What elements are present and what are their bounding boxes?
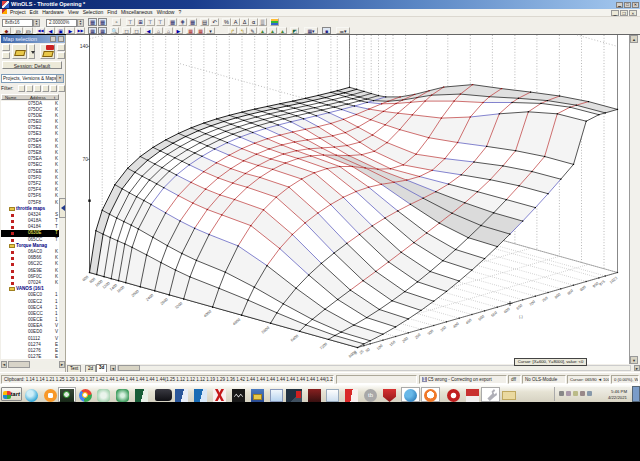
svg-text:3200: 3200 [174, 302, 183, 310]
svg-text:25: 25 [359, 349, 365, 355]
svg-text:400: 400 [452, 322, 459, 329]
svg-text:70: 70 [82, 156, 88, 162]
svg-text:2000: 2000 [131, 289, 140, 297]
svg-text:900: 900 [579, 285, 586, 292]
svg-text:(-): (-) [519, 315, 524, 319]
svg-text:150: 150 [389, 340, 396, 347]
svg-text:100: 100 [376, 344, 383, 351]
svg-text:600: 600 [503, 307, 510, 314]
svg-text:350: 350 [440, 326, 447, 333]
svg-text:550: 550 [491, 311, 498, 318]
svg-text:975: 975 [599, 280, 606, 287]
svg-text:650: 650 [516, 304, 523, 311]
svg-text:850: 850 [567, 289, 574, 296]
svg-text:750: 750 [541, 296, 548, 303]
svg-text:450: 450 [465, 318, 472, 325]
svg-text:2400: 2400 [145, 293, 154, 301]
svg-text:50: 50 [365, 348, 371, 354]
svg-text:300: 300 [427, 329, 434, 336]
svg-text:2800: 2800 [160, 298, 169, 306]
svg-text:250: 250 [414, 333, 421, 340]
svg-text:800: 800 [554, 293, 561, 300]
svg-text:200: 200 [402, 337, 409, 344]
svg-text:4000: 4000 [203, 310, 212, 318]
svg-text:4800: 4800 [232, 318, 241, 326]
svg-text:5600: 5600 [261, 326, 270, 334]
svg-text:500: 500 [478, 315, 485, 322]
svg-text:7200: 7200 [319, 342, 328, 350]
svg-text:700: 700 [529, 300, 536, 307]
svg-text:1023: 1023 [609, 276, 618, 284]
svg-text:140: 140 [80, 43, 89, 49]
svg-text:6400: 6400 [290, 334, 299, 342]
